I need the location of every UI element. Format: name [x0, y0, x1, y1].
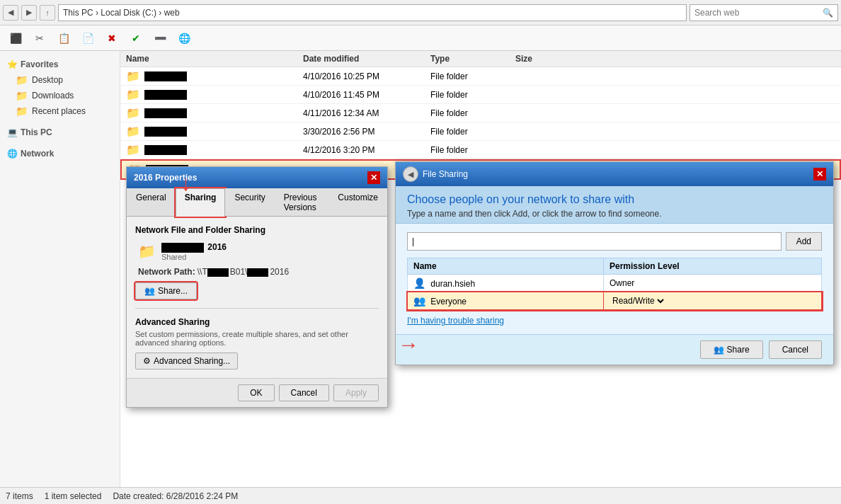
- cancel-button[interactable]: Cancel: [279, 384, 329, 401]
- address-bar[interactable]: This PC › Local Disk (C:) › web: [58, 4, 687, 21]
- user-icon: 👥: [413, 295, 425, 307]
- fs-user-row[interactable]: 👥 Everyone Read/WriteReadRemove: [408, 292, 822, 310]
- tab-general[interactable]: General: [127, 188, 176, 216]
- fs-user-permission-cell: Read/WriteReadRemove: [603, 292, 821, 310]
- pc-icon: 💻: [7, 127, 18, 137]
- sidebar-item-recent[interactable]: 📁 Recent places: [0, 103, 120, 119]
- user-icon: 👤: [413, 277, 425, 289]
- fs-add-button[interactable]: Add: [786, 232, 822, 251]
- file-row[interactable]: 📁 4/12/2016 3:20 PM File folder: [120, 141, 841, 159]
- network-label: Network: [21, 149, 54, 159]
- right-arrow-indicator: →: [398, 333, 419, 357]
- fs-table-header: Name Permission Level: [408, 258, 822, 275]
- dialog-tabs: General Sharing Security Previous Versio…: [127, 188, 387, 217]
- sidebar-item-downloads[interactable]: 📁 Downloads: [0, 88, 120, 103]
- folder-icon: 📁: [126, 143, 140, 156]
- fs-body: Add Name Permission Level 👤 duran.hsieh …: [396, 224, 833, 334]
- fs-user-name: Everyone: [430, 297, 467, 307]
- fs-user-row[interactable]: 👤 duran.hsieh Owner: [408, 275, 822, 292]
- ribbon-copy-icon[interactable]: 📋: [54, 28, 74, 48]
- folder-icon: 📁: [126, 88, 140, 101]
- ribbon-delete-icon[interactable]: ✖: [102, 28, 122, 48]
- fs-close-button[interactable]: ✕: [813, 168, 826, 181]
- tab-customize[interactable]: Customize: [328, 188, 387, 216]
- network-path: Network Path: \\TB01\2016: [138, 267, 379, 277]
- fs-sub: Type a name and then click Add, or click…: [407, 209, 822, 219]
- favorites-header[interactable]: ⭐ Favorites: [0, 57, 120, 72]
- fs-trouble-link[interactable]: I'm having trouble sharing: [407, 316, 822, 326]
- fs-cancel-button[interactable]: Cancel: [769, 340, 822, 359]
- down-arrow-indicator: ↓: [181, 171, 191, 195]
- permission-select[interactable]: Read/WriteReadRemove: [610, 295, 666, 307]
- selected-count: 1 item selected: [45, 491, 102, 501]
- file-date: 4/12/2016 3:20 PM: [303, 145, 430, 155]
- col-header-date: Date modified: [303, 54, 430, 64]
- redact-name-box: [144, 90, 187, 100]
- dialog-content: Network File and Folder Sharing 📁 2016 S…: [127, 217, 387, 378]
- ribbon-cut-icon[interactable]: ✂: [30, 28, 50, 48]
- folder-icon: 📁: [126, 69, 140, 83]
- ribbon-minus-icon[interactable]: ➖: [150, 28, 170, 48]
- ok-button[interactable]: OK: [238, 384, 274, 401]
- col-header-type: Type: [430, 54, 515, 64]
- status-bar: 7 items 1 item selected Date created: 6/…: [0, 487, 841, 504]
- search-input[interactable]: [694, 8, 820, 18]
- sharing-item: 📁 2016 Shared: [135, 239, 379, 264]
- advanced-sharing-button[interactable]: ⚙ Advanced Sharing...: [135, 353, 238, 370]
- dialog-window: 2016 Properties ✕ General Sharing Securi…: [126, 166, 388, 408]
- share-btn-label: Share...: [158, 286, 188, 296]
- file-sharing-dialog: ◀ File Sharing ✕ Choose people on your n…: [395, 161, 834, 365]
- apply-button[interactable]: Apply: [333, 384, 379, 401]
- fs-share-button[interactable]: 👥 Share: [700, 340, 763, 359]
- file-list-header: Name Date modified Type Size: [120, 51, 841, 67]
- top-navigation-bar: ◀ ▶ ↑ This PC › Local Disk (C:) › web 🔍: [0, 0, 841, 25]
- file-type: File folder: [430, 108, 515, 118]
- up-button[interactable]: ↑: [40, 5, 55, 21]
- adv-btn-icon: ⚙: [143, 356, 151, 366]
- fs-header: Choose people on your network to share w…: [396, 186, 833, 224]
- sharing-title: Network File and Folder Sharing: [135, 225, 379, 235]
- share-button[interactable]: 👥 Share...: [135, 282, 197, 299]
- sharing-name: 2016: [161, 242, 227, 253]
- sidebar-item-desktop[interactable]: 📁 Desktop: [0, 72, 120, 88]
- downloads-folder-icon: 📁: [16, 90, 28, 101]
- ribbon-check-icon[interactable]: ✔: [126, 28, 146, 48]
- desktop-label: Desktop: [32, 75, 63, 85]
- ribbon-paste-icon[interactable]: 📄: [78, 28, 98, 48]
- fs-col-permission: Permission Level: [603, 258, 821, 275]
- favorites-label: Favorites: [21, 59, 58, 69]
- file-type: File folder: [430, 127, 515, 137]
- tab-previous-versions[interactable]: Previous Versions: [275, 188, 329, 216]
- dialog-close-button[interactable]: ✕: [367, 171, 380, 184]
- forward-button[interactable]: ▶: [21, 5, 37, 21]
- fs-name-input[interactable]: [407, 232, 782, 251]
- sharing-sub: Shared: [161, 253, 227, 261]
- thispc-header[interactable]: 💻 This PC: [0, 125, 120, 140]
- redact-name-box: [144, 145, 187, 155]
- fs-title: File Sharing: [423, 169, 468, 179]
- fs-user-permission-cell: Owner: [603, 275, 821, 292]
- network-header[interactable]: 🌐 Network: [0, 146, 120, 161]
- dialog-title-bar: 2016 Properties ✕: [127, 167, 387, 188]
- ribbon-layout-icon[interactable]: ⬛: [6, 28, 25, 48]
- share-btn-icon: 👥: [144, 286, 155, 296]
- shared-folder-icon: 📁: [138, 243, 156, 260]
- tab-security[interactable]: Security: [225, 188, 274, 216]
- fs-share-icon: 👥: [714, 345, 724, 355]
- file-row[interactable]: 📁 4/10/2016 11:45 PM File folder: [120, 86, 841, 104]
- file-row[interactable]: 📁 3/30/2016 2:56 PM File folder: [120, 122, 841, 141]
- fs-footer: 👥 Share Cancel: [396, 334, 833, 365]
- sharing-section: Network File and Folder Sharing 📁 2016 S…: [135, 225, 379, 299]
- search-box[interactable]: 🔍: [690, 4, 838, 21]
- file-row[interactable]: 📁 4/10/2016 10:25 PM File folder: [120, 67, 841, 86]
- ribbon-globe-icon[interactable]: 🌐: [174, 28, 194, 48]
- ribbon: ⬛ ✂ 📋 📄 ✖ ✔ ➖ 🌐: [0, 25, 841, 51]
- folder-icon: 📁: [126, 125, 140, 138]
- fs-users-table: Name Permission Level 👤 duran.hsieh Owne…: [407, 258, 822, 310]
- file-type: File folder: [430, 90, 515, 100]
- sidebar: ⭐ Favorites 📁 Desktop 📁 Downloads 📁 Rece…: [0, 51, 120, 487]
- fs-back-button[interactable]: ◀: [403, 166, 418, 182]
- back-button[interactable]: ◀: [3, 5, 18, 21]
- file-date: 4/10/2016 11:45 PM: [303, 90, 430, 100]
- file-row[interactable]: 📁 4/11/2016 12:34 AM File folder: [120, 104, 841, 122]
